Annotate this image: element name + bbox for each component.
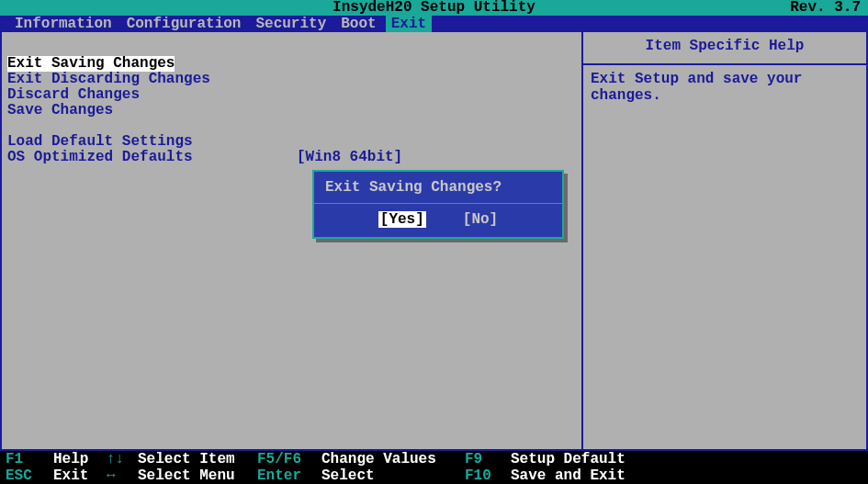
dialog-buttons: [Yes] [No]: [314, 204, 562, 237]
menu-save-changes[interactable]: Save Changes: [7, 103, 576, 118]
key-enter: Enter: [257, 467, 321, 484]
arrows-leftright-icon: ↔: [107, 467, 138, 484]
hint-select-item: Select Item: [138, 451, 257, 467]
os-optimized-defaults-value: [Win8 64bit]: [297, 150, 402, 165]
key-f9: F9: [465, 451, 511, 467]
menu-exit-saving-changes[interactable]: Exit Saving Changes: [7, 56, 175, 72]
hint-help: Help: [53, 451, 107, 467]
hint-change-values: Change Values: [321, 451, 465, 467]
dialog-title: Exit Saving Changes?: [314, 172, 562, 204]
revision-label: Rev. 3.7: [790, 0, 861, 16]
footer-row-2: ESC Exit ↔ Select Menu Enter Select F10 …: [6, 467, 862, 484]
hint-select: Select: [321, 467, 465, 484]
tab-exit[interactable]: Exit: [386, 16, 432, 32]
menu-exit-discarding-changes[interactable]: Exit Discarding Changes: [7, 72, 576, 87]
menu-os-optimized-defaults[interactable]: OS Optimized Defaults [Win8 64bit]: [7, 150, 576, 165]
key-esc: ESC: [6, 467, 53, 484]
tab-information[interactable]: Information: [9, 16, 118, 32]
tab-boot[interactable]: Boot: [335, 16, 381, 32]
menu-bar: Information Configuration Security Boot …: [0, 16, 868, 32]
hint-exit: Exit: [53, 467, 107, 484]
hint-save-and-exit: Save and Exit: [511, 467, 626, 484]
content-panel: Exit Saving Changes Exit Discarding Chan…: [0, 32, 583, 451]
help-panel: Item Specific Help Exit Setup and save y…: [583, 32, 868, 451]
dialog-yes-button[interactable]: [Yes]: [378, 211, 426, 228]
menu-discard-changes[interactable]: Discard Changes: [7, 87, 576, 103]
key-f1: F1: [6, 451, 53, 467]
exit-menu-list: Exit Saving Changes Exit Discarding Chan…: [7, 55, 576, 165]
help-title: Item Specific Help: [583, 32, 866, 65]
confirm-dialog: Exit Saving Changes? [Yes] [No]: [312, 170, 564, 239]
hint-setup-default: Setup Default: [511, 451, 626, 467]
arrows-updown-icon: ↑↓: [107, 451, 138, 467]
main-area: Exit Saving Changes Exit Discarding Chan…: [0, 32, 868, 451]
help-body: Exit Setup and save your changes.: [583, 65, 866, 109]
tab-configuration[interactable]: Configuration: [121, 16, 247, 32]
key-f5f6: F5/F6: [257, 451, 321, 467]
footer-hints: F1 Help ↑↓ Select Item F5/F6 Change Valu…: [0, 451, 868, 484]
tab-security[interactable]: Security: [250, 16, 332, 32]
title-bar: InsydeH20 Setup Utility Rev. 3.7: [0, 0, 868, 16]
dialog-no-button[interactable]: [No]: [463, 211, 498, 228]
menu-load-default-settings[interactable]: Load Default Settings: [7, 134, 576, 150]
key-f10: F10: [465, 467, 511, 484]
hint-select-menu: Select Menu: [138, 467, 257, 484]
app-title: InsydeH20 Setup Utility: [0, 0, 868, 16]
footer-row-1: F1 Help ↑↓ Select Item F5/F6 Change Valu…: [6, 451, 862, 467]
